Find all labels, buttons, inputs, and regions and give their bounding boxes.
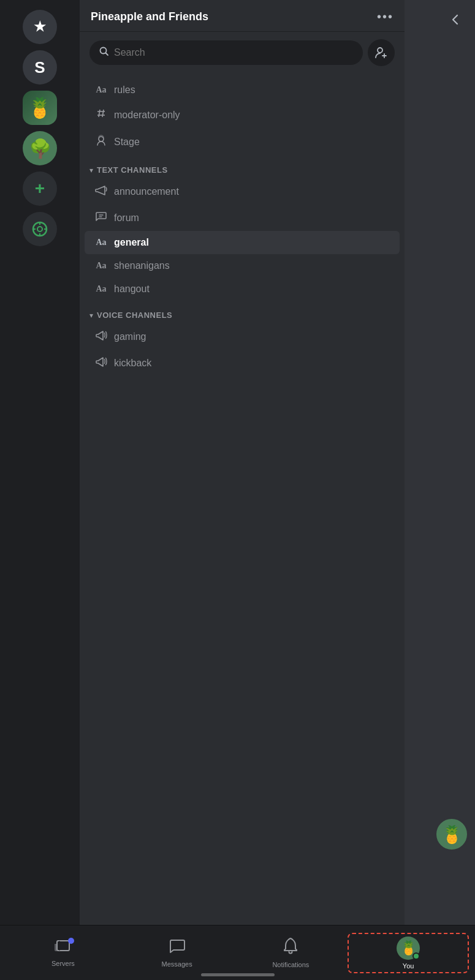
add-member-button[interactable] <box>368 39 395 66</box>
channel-gaming[interactable]: gaming <box>85 323 400 350</box>
channel-name: rules <box>114 85 135 96</box>
you-label: You <box>403 962 414 970</box>
svg-point-8 <box>378 48 382 53</box>
server-icon-broccoli[interactable]: 🌳 <box>23 131 57 165</box>
text-channels-label: Text Channels <box>97 165 168 175</box>
search-input[interactable] <box>114 47 353 58</box>
stage-channel-icon <box>94 134 108 149</box>
channel-shenanigans[interactable]: Aa shenanigans <box>85 254 400 277</box>
announce-channel-icon <box>94 184 108 198</box>
svg-point-1 <box>37 227 42 232</box>
voice-channels-chevron: ▾ <box>89 311 93 320</box>
svg-rect-16 <box>57 941 69 951</box>
bottom-nav: Servers Messages Notifications 🍍 You <box>0 925 475 980</box>
channel-name: gaming <box>114 331 146 342</box>
servers-label: Servers <box>51 960 75 967</box>
notifications-icon <box>283 937 298 959</box>
server-sidebar: ★ S 🍍 🌳 + <box>0 0 80 925</box>
voice-channel-icon <box>94 356 108 370</box>
nav-item-you[interactable]: 🍍 You <box>348 933 469 973</box>
svg-line-7 <box>106 53 108 56</box>
channel-general[interactable]: Aa general <box>85 231 400 254</box>
add-server-button[interactable]: + <box>23 172 57 206</box>
search-bar <box>89 39 395 66</box>
voice-channel-icon <box>94 330 108 344</box>
messages-label: Messages <box>162 960 192 968</box>
channel-header: Pineapple and Friends ••• <box>80 0 405 32</box>
channel-kickback[interactable]: kickback <box>85 350 400 376</box>
channel-rules[interactable]: Aa rules <box>85 78 400 102</box>
text-channels-chevron: ▾ <box>89 166 93 175</box>
right-panel: 🍍 <box>405 0 475 925</box>
channel-name: forum <box>114 213 139 224</box>
svg-line-14 <box>102 110 104 117</box>
server-icon-s[interactable]: S <box>23 50 57 85</box>
channel-name: kickback <box>114 358 151 369</box>
channel-announcement[interactable]: announcement <box>85 178 400 205</box>
channel-name: shenanigans <box>114 260 170 271</box>
channel-name: Stage <box>114 137 140 148</box>
channel-list: Aa rules moderator-only <box>80 74 405 925</box>
server-icon-starred[interactable]: ★ <box>23 10 57 44</box>
voice-channels-label: Voice Channels <box>97 311 172 320</box>
notifications-label: Notifications <box>272 961 309 968</box>
forum-channel-icon <box>94 211 108 225</box>
channel-name: general <box>114 237 149 248</box>
messages-icon <box>169 938 186 958</box>
server-options-button[interactable]: ••• <box>377 10 393 24</box>
channel-name: hangout <box>114 284 150 295</box>
server-name: Pineapple and Friends <box>91 10 208 23</box>
channel-forum[interactable]: forum <box>85 205 400 231</box>
text-channel-icon: Aa <box>94 238 108 247</box>
channel-name: announcement <box>114 186 179 197</box>
search-input-wrap[interactable] <box>89 40 363 65</box>
home-indicator <box>201 973 275 976</box>
channel-panel: Pineapple and Friends ••• <box>80 0 405 925</box>
text-channel-icon: Aa <box>94 284 108 294</box>
nav-item-servers[interactable]: Servers <box>6 939 120 967</box>
text-channel-icon: Aa <box>94 85 108 95</box>
you-status-indicator <box>412 952 420 960</box>
channel-moderator-only[interactable]: moderator-only <box>85 102 400 128</box>
discover-servers-button[interactable] <box>23 212 57 246</box>
text-channels-category[interactable]: ▾ Text Channels <box>80 156 405 178</box>
svg-line-13 <box>99 110 100 117</box>
hash-channel-icon <box>94 108 108 122</box>
channel-name: moderator-only <box>114 110 180 121</box>
app-layout: ★ S 🍍 🌳 + Pineapple and F <box>0 0 475 925</box>
you-avatar: 🍍 <box>397 937 420 960</box>
svg-point-15 <box>99 137 104 141</box>
nav-item-notifications[interactable]: Notifications <box>234 937 348 968</box>
server-icon-pineapple[interactable]: 🍍 <box>23 91 57 125</box>
voice-channels-category[interactable]: ▾ Voice Channels <box>80 301 405 323</box>
channel-stage[interactable]: Stage <box>85 128 400 156</box>
text-channel-icon: Aa <box>94 261 108 271</box>
servers-badge <box>68 938 74 944</box>
back-button[interactable] <box>448 12 463 31</box>
floating-user-avatar[interactable]: 🍍 <box>435 817 469 851</box>
nav-item-messages[interactable]: Messages <box>120 938 234 968</box>
search-icon <box>99 47 109 59</box>
channel-hangout[interactable]: Aa hangout <box>85 277 400 301</box>
